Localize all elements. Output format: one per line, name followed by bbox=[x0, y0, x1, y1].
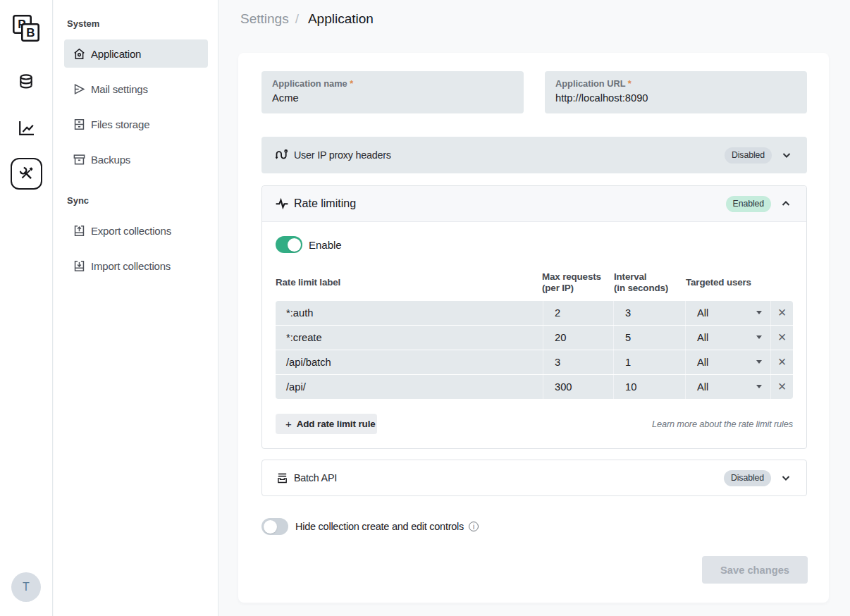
svg-text:P: P bbox=[18, 18, 25, 31]
svg-text:B: B bbox=[26, 26, 35, 39]
